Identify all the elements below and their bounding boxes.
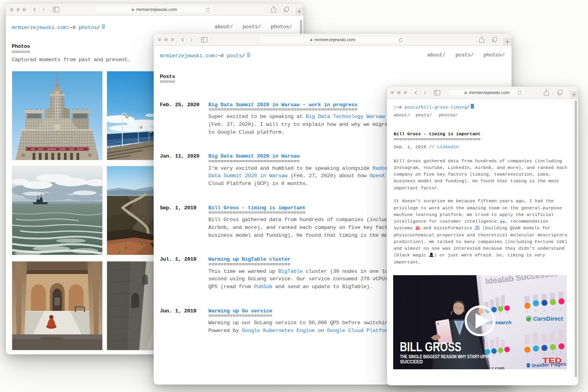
- svg-text:BILL GROSS: BILL GROSS: [400, 340, 461, 354]
- svg-text:5: 5: [552, 351, 554, 355]
- svg-text:SUCCEED: SUCCEED: [400, 359, 423, 365]
- svg-text:4: 4: [526, 354, 528, 357]
- svg-text:8: 8: [526, 310, 528, 313]
- svg-text:TED: TED: [543, 356, 562, 364]
- svg-text:8: 8: [493, 353, 495, 357]
- svg-text:5: 5: [560, 350, 562, 354]
- svg-text:9: 9: [560, 307, 562, 310]
- svg-text:5: 5: [499, 352, 501, 356]
- svg-text:6: 6: [499, 311, 501, 315]
- svg-text:z.com: z.com: [491, 366, 505, 370]
- svg-text:7: 7: [535, 353, 536, 356]
- svg-text:8: 8: [543, 352, 545, 356]
- svg-text:6: 6: [506, 310, 508, 314]
- svg-text:6: 6: [535, 309, 536, 312]
- svg-text:CarsDirect: CarsDirect: [533, 315, 563, 321]
- svg-text:5: 5: [552, 308, 554, 311]
- svg-text:6: 6: [543, 309, 545, 312]
- svg-text:3: 3: [506, 352, 507, 355]
